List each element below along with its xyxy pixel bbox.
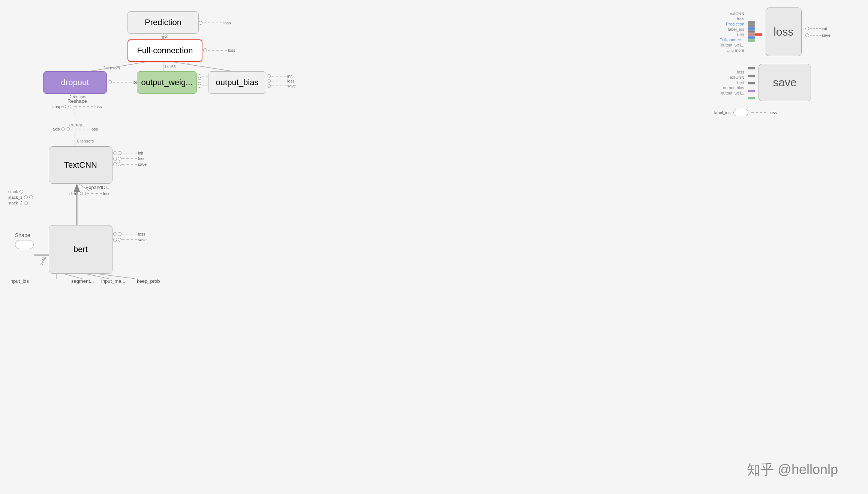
ov-textcnn2: TextCNN [728,75,744,80]
save-overview-label: save [773,76,796,89]
connector-dot [118,162,121,166]
connector-dot [77,192,81,195]
ov-bert2: bert [737,80,744,85]
connector-dot [113,151,117,155]
connector-dot [118,157,121,161]
connector-dot [70,105,73,108]
connector-dot [108,80,112,84]
ov-outbias: output_bias [723,86,744,90]
ov-loss: loss [737,17,744,21]
labelids-text: label_ids [714,110,730,115]
bert-connectors: loss save [113,232,147,242]
dashed-line [204,23,222,23]
prediction-label: Prediction [145,18,181,27]
stack-labels: stack stack_1 stack_2 [8,189,33,205]
init-label: init [287,74,292,78]
dropout-label: dropout [61,78,89,87]
connector-dot [19,190,23,194]
dropout-node: dropout [43,71,107,94]
loss-label: loss [228,48,235,53]
reshape-area: Reshape [67,98,87,104]
connector-dot [113,162,117,166]
bert-label: bert [73,245,88,254]
svg-text:f: f [187,62,189,66]
connector-dot [66,127,70,131]
save-label: save [822,33,831,38]
connector-dot [118,232,121,236]
ov-textcnn: TextCNN [728,11,744,16]
output-bias-label: output_bias [216,78,259,87]
init-label: init [138,151,143,155]
ov-labelids: label_ids [728,27,744,32]
connector-dot [118,238,121,242]
input-ids-area: input_ids [9,278,29,284]
connector-dot [267,74,271,78]
loss-overview-box: loss [766,8,802,56]
ov-outwei2: output_wei... [721,91,744,95]
shape-text: shape [52,104,64,109]
dashed-line [208,50,227,51]
save-label: save [138,162,147,167]
output-weight-label: output_weig... [141,78,193,87]
ov-prediction: Prediction [726,22,744,26]
connector-dot [113,238,117,242]
loss-label: loss [94,104,102,109]
ob-connectors: init loss save [267,74,296,88]
dim-connector: dim loss [69,191,110,196]
loss-label: loss [223,21,231,25]
ov-more: ... 6 more [727,48,744,53]
bert-node: bert [49,225,112,274]
prediction-loss-connector: loss [199,21,231,25]
input-ma-label: input_ma... [101,278,125,284]
expanddi-label: ExpandDi... [85,185,111,190]
ov-bert: bert [737,32,744,37]
prediction-node: Prediction [127,11,199,34]
keep-prob-area: keep_prob [137,278,160,284]
dashed-line [113,82,132,83]
svg-text:6 tensors: 6 tensors [77,139,94,143]
save-label: save [287,84,296,88]
axis-text: axis [52,127,60,131]
connector-dot [61,127,65,131]
svg-line-2 [82,62,146,72]
expanddi-area: ExpandDi... [85,184,111,191]
loss-standalone: loss [769,110,777,115]
ov-loss2: loss [737,70,744,74]
segment-area: segment... [71,278,94,284]
connector-dot [113,157,117,161]
connector-dot [805,33,809,37]
svg-text:2 tensors: 2 tensors [103,66,120,70]
shape-connector: shape loss [52,104,102,109]
textcnn-label: TextCNN [64,160,97,170]
connector-dot [805,27,809,30]
connector-dot [198,79,201,83]
save-overview-box: save [759,64,811,101]
svg-line-6 [172,62,232,71]
bert-dim-label: 7×60 [40,256,47,266]
loss-label: loss [138,156,145,161]
full-connection-node[interactable]: Full-connection [127,39,202,62]
textcnn-connectors: init loss save [113,151,147,167]
overview-panel: TextCNN loss Prediction label_ids bert F… [711,8,831,116]
loss-label: loss [103,191,111,196]
segment-label: segment... [71,278,94,284]
ov-fullconn: Full-connec... [720,38,744,42]
shape-node-label: Shape [15,232,30,238]
reshape-label: Reshape [67,98,87,104]
dim-text: dim [69,191,76,196]
dropout-loss-connector: loss [108,80,140,84]
connector-dot [29,195,33,199]
output-bias-node: output_bias [208,71,266,94]
loss-label: loss [138,232,145,236]
connector-dot [118,151,121,155]
connector-dot [82,192,86,195]
connector-dot [203,48,207,52]
full-connection-label: Full-connection [137,46,193,56]
loss-label: loss [287,79,295,83]
connector-dot [267,79,271,83]
textcnn-node: TextCNN [49,146,112,184]
loss-overview-label: loss [774,26,793,38]
svg-text:2: 2 [165,33,168,39]
svg-text:1×168: 1×168 [164,65,176,69]
watermark: 知乎 @hellonlp [747,461,838,479]
